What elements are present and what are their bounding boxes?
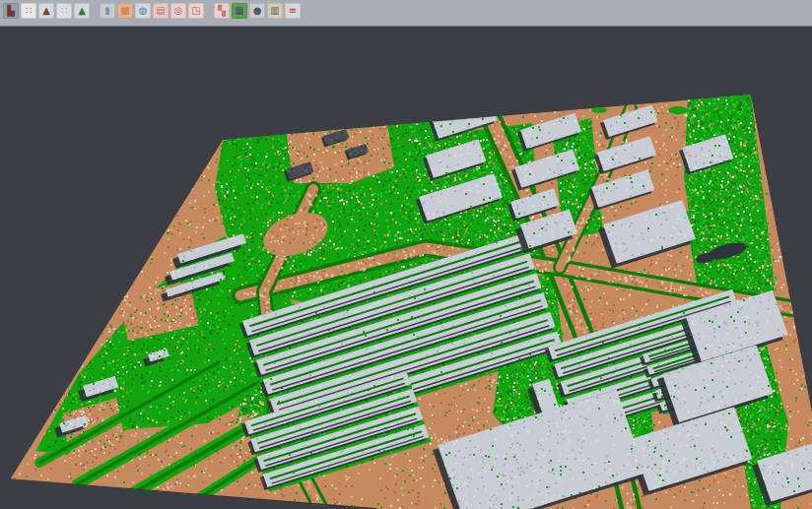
grid-select-icon[interactable]: ▚ xyxy=(214,3,230,19)
toolbar: ▙∷▲∷▲▮■◍▤◎◳▚▦●▥≡ xyxy=(0,0,812,27)
sparse-points-icon[interactable]: ∷ xyxy=(56,3,72,19)
target-ring-icon[interactable]: ◎ xyxy=(170,3,186,19)
classification-colors-icon[interactable]: ▦ xyxy=(232,3,247,19)
profile-view-icon[interactable]: ▮ xyxy=(100,3,115,19)
terrain-brown-icon[interactable]: ▲ xyxy=(38,3,54,19)
dark-model-icon[interactable]: ▙ xyxy=(3,3,19,19)
terrain-green-icon[interactable]: ▲ xyxy=(74,3,90,19)
point-cloud-icon[interactable]: ∷ xyxy=(21,3,36,19)
point-cloud-3d-viewport[interactable] xyxy=(0,0,812,509)
coordinates-table-icon[interactable]: ▥ xyxy=(267,3,283,19)
zoom-extent-icon[interactable]: ◳ xyxy=(188,3,204,19)
sphere-render-icon[interactable]: ● xyxy=(249,3,265,19)
orange-tile-icon[interactable]: ■ xyxy=(117,3,133,19)
layer-list-icon[interactable]: ▤ xyxy=(153,3,169,19)
measure-bars-icon[interactable]: ≡ xyxy=(285,3,301,19)
globe-icon[interactable]: ◍ xyxy=(135,3,151,19)
